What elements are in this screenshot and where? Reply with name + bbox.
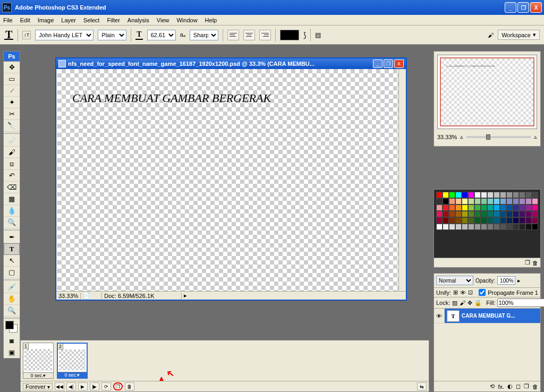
- swatch-color[interactable]: [449, 204, 455, 211]
- layer-link-button[interactable]: ⟲: [490, 383, 495, 390]
- quick-mask-button[interactable]: ◙: [4, 335, 20, 346]
- swatch-color[interactable]: [481, 204, 487, 211]
- zoom-slider[interactable]: [466, 136, 531, 138]
- swatch-color[interactable]: [519, 217, 525, 224]
- menu-view[interactable]: View: [157, 17, 169, 23]
- swatch-color[interactable]: [494, 224, 500, 230]
- pen-tool[interactable]: ✒: [4, 232, 20, 243]
- swatch-color[interactable]: [436, 192, 443, 198]
- menu-analysis[interactable]: Analysis: [128, 17, 149, 23]
- swatch-color[interactable]: [443, 204, 449, 211]
- swatch-color[interactable]: [455, 204, 462, 211]
- swatch-color[interactable]: [525, 217, 532, 224]
- animation-frame[interactable]: 20 sec.▾: [57, 343, 88, 379]
- swatch-color[interactable]: [513, 224, 519, 230]
- swatch-color[interactable]: [481, 217, 487, 224]
- lock-pixels-icon[interactable]: ▨: [452, 300, 457, 306]
- history-brush-tool[interactable]: ↶: [4, 170, 20, 182]
- loop-select[interactable]: Forever ▾: [23, 383, 53, 390]
- swatch-color[interactable]: [525, 198, 532, 204]
- swatch-color[interactable]: [474, 224, 481, 230]
- opacity-input[interactable]: [497, 276, 515, 285]
- prev-frame-button[interactable]: ◀|: [66, 382, 76, 390]
- swatch-color[interactable]: [532, 217, 538, 224]
- swatch-color[interactable]: [487, 217, 494, 224]
- swatch-color[interactable]: [443, 211, 449, 217]
- swatch-color[interactable]: [500, 204, 506, 211]
- swatch-color[interactable]: [474, 217, 481, 224]
- swatch-color[interactable]: [506, 204, 513, 211]
- swatch-color[interactable]: [513, 217, 519, 224]
- swatch-color[interactable]: [525, 204, 532, 211]
- layer-item[interactable]: 👁TCARA MEMBUAT G...: [434, 309, 540, 323]
- swatch-color[interactable]: [462, 224, 468, 230]
- swatch-color[interactable]: [468, 198, 474, 204]
- brush-tool[interactable]: 🖌: [4, 147, 20, 158]
- swatch-color[interactable]: [468, 217, 474, 224]
- font-style-select[interactable]: Plain: [98, 30, 126, 40]
- move-tool[interactable]: ✥: [4, 62, 20, 73]
- shape-tool[interactable]: ▢: [4, 267, 20, 278]
- swatch-color[interactable]: [474, 211, 481, 217]
- blur-tool[interactable]: 💧: [4, 205, 20, 217]
- minimize-button[interactable]: _: [505, 2, 516, 13]
- swatch-color[interactable]: [487, 192, 494, 198]
- swatch-color[interactable]: [532, 198, 538, 204]
- swatch-color[interactable]: [449, 211, 455, 217]
- swatch-color[interactable]: [494, 198, 500, 204]
- doc-minimize-button[interactable]: _: [373, 59, 382, 68]
- swatch-color[interactable]: [506, 211, 513, 217]
- crop-tool[interactable]: ✂: [4, 108, 20, 120]
- swatch-color[interactable]: [436, 211, 443, 217]
- swatch-color[interactable]: [519, 192, 525, 198]
- swatch-color[interactable]: [455, 192, 462, 198]
- swatch-color[interactable]: [506, 198, 513, 204]
- font-size-select[interactable]: 62.61 pt: [147, 30, 176, 40]
- marquee-tool[interactable]: ▭: [4, 73, 20, 85]
- warp-text-icon[interactable]: ⟆: [303, 31, 306, 39]
- swatch-color[interactable]: [455, 211, 462, 217]
- font-family-select[interactable]: John Handy LET: [35, 30, 94, 40]
- slice-tool[interactable]: 🔪: [4, 120, 20, 132]
- text-color-swatch[interactable]: [280, 30, 299, 40]
- doc-maximize-button[interactable]: ❐: [384, 59, 393, 68]
- antialias-select[interactable]: Sharp: [190, 30, 218, 40]
- swatch-color[interactable]: [519, 224, 525, 230]
- swatch-color[interactable]: [487, 198, 494, 204]
- character-panel-icon[interactable]: ▤: [315, 31, 321, 39]
- menu-file[interactable]: File: [3, 17, 13, 23]
- swatch-color[interactable]: [481, 211, 487, 217]
- swatch-color[interactable]: [525, 192, 532, 198]
- unify-visibility-icon[interactable]: 👁: [460, 289, 466, 296]
- stamp-tool[interactable]: ⧈: [4, 158, 20, 170]
- duplicate-frame-button[interactable]: ❐: [113, 382, 123, 390]
- type-tool[interactable]: T: [4, 243, 20, 255]
- swatch-color[interactable]: [468, 204, 474, 211]
- align-left-button[interactable]: [227, 30, 239, 40]
- doc-zoom-readout[interactable]: 33.33%: [56, 293, 81, 299]
- vertical-scrollbar[interactable]: [398, 69, 406, 291]
- swatch-color[interactable]: [462, 217, 468, 224]
- lock-paint-icon[interactable]: 🖌: [460, 300, 465, 306]
- swatch-color[interactable]: [500, 224, 506, 230]
- swatch-color[interactable]: [506, 224, 513, 230]
- swatch-color[interactable]: [449, 217, 455, 224]
- swatch-color[interactable]: [462, 198, 468, 204]
- swatch-color[interactable]: [443, 198, 449, 204]
- menu-select[interactable]: Select: [83, 17, 100, 23]
- new-swatch-button[interactable]: ❐: [525, 259, 530, 266]
- swatch-color[interactable]: [436, 217, 443, 224]
- layer-group-button[interactable]: ❐: [524, 383, 529, 390]
- menu-image[interactable]: Image: [38, 17, 54, 23]
- layer-fx-button[interactable]: fx.: [498, 384, 504, 390]
- layer-new-button[interactable]: 🗑: [532, 384, 538, 390]
- unify-position-icon[interactable]: ⊞: [453, 289, 458, 296]
- doc-close-button[interactable]: X: [394, 59, 404, 68]
- swatch-color[interactable]: [519, 211, 525, 217]
- swatch-color[interactable]: [455, 224, 462, 230]
- hand-tool[interactable]: ✋: [4, 293, 20, 305]
- swatch-color[interactable]: [532, 224, 538, 230]
- swatch-color[interactable]: [455, 217, 462, 224]
- swatch-color[interactable]: [532, 192, 538, 198]
- swatch-color[interactable]: [443, 217, 449, 224]
